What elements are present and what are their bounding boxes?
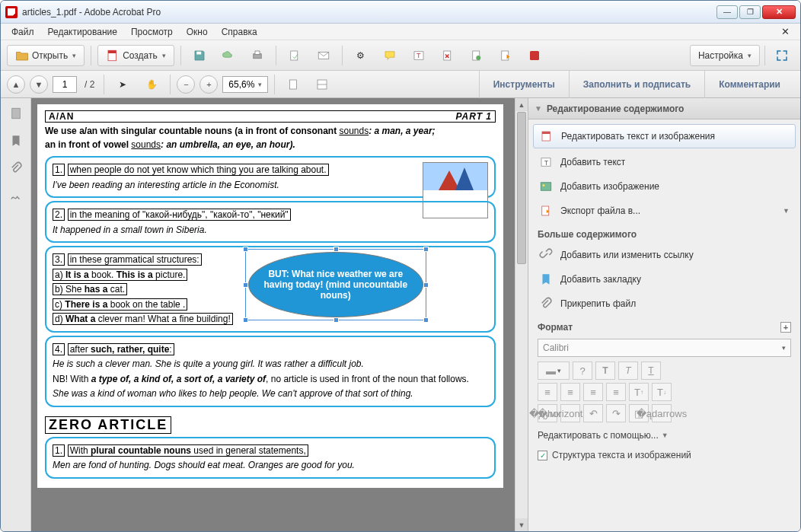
tool-attach-file[interactable]: Прикрепить файл	[528, 291, 800, 316]
menu-view[interactable]: Просмотр	[125, 25, 179, 39]
export-button[interactable]	[493, 45, 518, 66]
menu-window[interactable]: Окно	[180, 25, 214, 39]
zoom-level-select[interactable]: 65,6%▾	[222, 76, 268, 93]
rule-box-4: 4. after such, rather, quite: He is such…	[45, 336, 496, 407]
svg-rect-13	[290, 80, 297, 89]
save-icon	[193, 49, 206, 62]
form-button[interactable]	[464, 45, 489, 66]
expand-format-button[interactable]: +	[780, 322, 791, 333]
tab-tools[interactable]: Инструменты	[479, 71, 569, 98]
document-viewport[interactable]: A/ANPART 1 We use a/an with singular cou…	[31, 98, 528, 531]
vertical-scrollbar[interactable]: ▲ ▼	[515, 98, 528, 531]
comment-button[interactable]	[378, 45, 402, 66]
create-button[interactable]: Создать▾	[97, 45, 174, 66]
add-text-icon: T	[539, 155, 553, 169]
cloud-button[interactable]	[216, 45, 241, 66]
font-family-select[interactable]: Calibri▾	[538, 339, 791, 357]
attachments-icon[interactable]	[8, 161, 24, 176]
menu-help[interactable]: Справка	[215, 25, 263, 39]
align-justify-button[interactable]: ≡	[606, 383, 626, 401]
maximize-button[interactable]: ❐	[739, 5, 761, 19]
hand-tool-button[interactable]: ✋	[139, 74, 164, 95]
email-button[interactable]	[282, 45, 307, 66]
tool-add-text[interactable]: T Добавить текст	[528, 150, 800, 174]
heading-zero-article: ZERO ARTICLE	[45, 416, 171, 434]
fullscreen-button[interactable]	[770, 45, 794, 66]
navigation-rail	[1, 98, 31, 531]
page-check-icon	[470, 49, 483, 62]
print-button[interactable]	[245, 45, 270, 66]
pdf-page: A/ANPART 1 We use a/an with singular cou…	[37, 104, 503, 488]
text-tool-button[interactable]: T	[407, 45, 431, 66]
page-number-input[interactable]	[53, 76, 77, 93]
prev-page-button[interactable]: ▲	[7, 75, 25, 94]
thumbnails-icon[interactable]	[8, 106, 24, 121]
scroll-thumb[interactable]	[517, 112, 526, 264]
zoom-in-button[interactable]: +	[199, 75, 218, 94]
align-right-button[interactable]: ≡	[583, 383, 603, 401]
bold-button[interactable]: T	[595, 362, 615, 380]
tab-fill-sign[interactable]: Заполнить и подписать	[569, 71, 704, 98]
chevron-down-icon: ▼	[783, 207, 790, 215]
paperclip-icon	[539, 297, 553, 311]
minimize-button[interactable]: —	[716, 5, 738, 19]
signatures-icon[interactable]	[8, 188, 24, 203]
structure-checkbox-row[interactable]: ✓ Структура текста и изображений	[528, 447, 800, 464]
tool-export-file[interactable]: Экспорт файла в... ▼	[528, 199, 800, 223]
svg-rect-1	[196, 51, 201, 54]
tool-add-bookmark[interactable]: Добавить закладку	[528, 267, 800, 291]
heading-aan: A/AN	[49, 111, 74, 122]
subscript-button[interactable]: T↓	[652, 383, 672, 401]
gear-button[interactable]: ⚙	[349, 45, 373, 66]
menu-edit[interactable]: Редактирование	[42, 25, 123, 39]
pointer-tool-button[interactable]: ➤	[110, 74, 135, 95]
menu-file[interactable]: Файл	[5, 25, 40, 39]
fit-page-button[interactable]	[310, 74, 334, 95]
tool-edit-text-images[interactable]: Редактировать текст и изображения	[533, 124, 796, 148]
tool-add-image[interactable]: Добавить изображение	[528, 174, 800, 199]
rule-box-z1: 1. With plural countable nouns used in g…	[45, 437, 496, 479]
svg-rect-12	[530, 51, 539, 60]
italic-button[interactable]: T	[618, 362, 638, 380]
rotate-ccw-button[interactable]: ↶	[583, 404, 603, 422]
edit-with-dropdown[interactable]: Редактировать с помощью...▼	[528, 424, 800, 447]
zoom-out-button[interactable]: −	[177, 75, 195, 94]
speech-bubble-icon	[383, 49, 397, 62]
customize-button[interactable]: Настройка▾	[690, 45, 760, 66]
rotate-cw-button[interactable]: ↷	[606, 404, 626, 422]
underline-button[interactable]: T	[641, 362, 661, 380]
intro-text: We use a/an with singular countable noun…	[45, 124, 496, 151]
scroll-down-button[interactable]: ▼	[515, 518, 528, 531]
scroll-up-button[interactable]: ▲	[515, 98, 528, 111]
svg-text:T: T	[416, 52, 421, 59]
tab-comments[interactable]: Комментарии	[704, 71, 794, 98]
redact-button[interactable]	[436, 45, 460, 66]
pdf-button[interactable]	[522, 45, 547, 66]
open-button[interactable]: Открыть▾	[7, 45, 85, 66]
rule-box-1: 1. when people do not yet know which thi…	[45, 156, 496, 198]
align-center-button[interactable]: ≡	[560, 383, 580, 401]
flip-horizontal-button[interactable]: �horizontalflip	[560, 404, 580, 422]
menubar: Файл Редактирование Просмотр Окно Справк…	[1, 24, 800, 40]
envelope-button[interactable]	[311, 45, 336, 66]
folder-open-icon	[15, 49, 29, 62]
tool-add-link[interactable]: Добавить или изменить ссылку	[528, 243, 800, 267]
unknown-format-button[interactable]: ?	[573, 362, 592, 380]
printer-icon	[251, 49, 264, 62]
acrobat-icon	[5, 6, 18, 18]
close-button[interactable]: ✕	[762, 5, 796, 19]
save-button[interactable]	[187, 45, 212, 66]
panel-header-content-editing[interactable]: ▼ Редактирование содержимого	[528, 98, 800, 119]
next-page-button[interactable]: ▼	[30, 75, 48, 94]
close-document-button[interactable]: ✕	[775, 24, 796, 39]
selected-ellipse-object[interactable]: BUT: What nice weather we are having tod…	[248, 252, 423, 317]
text-color-button[interactable]: ▬▾	[538, 362, 570, 380]
envelope-icon	[317, 49, 330, 62]
align-left-button[interactable]: ≡	[538, 383, 557, 401]
bookmarks-icon[interactable]	[8, 133, 24, 148]
replace-image-button[interactable]: �ądarrows	[652, 404, 672, 422]
svg-rect-3	[255, 51, 260, 55]
fit-page-icon	[315, 78, 329, 91]
superscript-button[interactable]: T↑	[629, 383, 649, 401]
fit-width-button[interactable]	[281, 74, 305, 95]
